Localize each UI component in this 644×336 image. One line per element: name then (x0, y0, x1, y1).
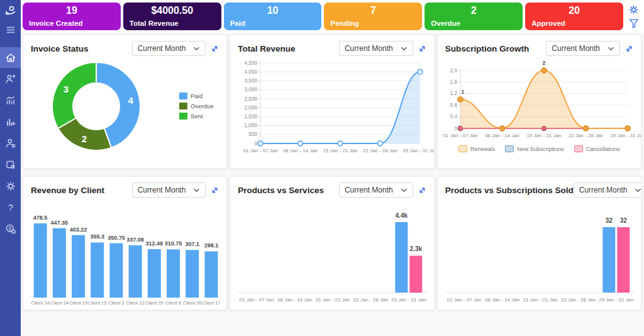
expand-icon[interactable] (211, 45, 219, 53)
sidebar-item-user-settings[interactable] (0, 133, 21, 154)
expand-icon[interactable] (418, 45, 426, 53)
sidebar-nav: ? $ (0, 47, 21, 240)
period-dropdown[interactable]: Current Month (546, 41, 620, 56)
svg-text:350.75: 350.75 (108, 235, 125, 241)
svg-text:Client 3: Client 3 (108, 300, 124, 306)
svg-text:Client 24: Client 24 (31, 300, 50, 306)
period-dropdown[interactable]: Current Month (132, 41, 206, 56)
period-dropdown-value: Current Month (345, 186, 393, 194)
svg-text:08 Jan - 14 Jan: 08 Jan - 14 Jan (277, 297, 312, 303)
kpi-pending[interactable]: 7 Pending (324, 3, 422, 30)
expand-icon[interactable] (211, 186, 219, 194)
svg-text:29 Jan - 31 Jan: 29 Jan - 31 Jan (392, 297, 426, 303)
svg-text:1,500: 1,500 (245, 114, 258, 120)
svg-text:15 Jan - 21 Jan: 15 Jan - 21 Jan (316, 297, 350, 303)
products-vs-subscriptions-chart[interactable]: 01 Jan - 07 Jan08 Jan - 14 Jan15 Jan - 2… (445, 202, 633, 309)
subscription-growth-chart[interactable]: 2.01.61.20.80.4001 Jan - 07 Jan08 Jan - … (445, 62, 633, 143)
legend-item[interactable]: Overdue (179, 103, 213, 109)
svg-text:4,500: 4,500 (245, 60, 258, 66)
svg-text:01 Jan - 07 Jan: 01 Jan - 07 Jan (443, 133, 477, 138)
svg-text:312.49: 312.49 (146, 240, 164, 247)
svg-text:Client 6: Client 6 (165, 300, 181, 306)
legend-item[interactable]: Sent (179, 113, 213, 120)
menu-icon[interactable] (0, 21, 21, 40)
svg-text:447.35: 447.35 (51, 220, 69, 226)
sidebar-item-clients[interactable] (0, 69, 21, 89)
kpi-value: 19 (29, 5, 114, 16)
kpi-label: Approved (531, 20, 617, 27)
legend-item[interactable]: New Subscriptions (505, 145, 564, 152)
sidebar-item-analytics[interactable] (0, 90, 21, 111)
svg-text:Client 26: Client 26 (183, 300, 201, 306)
kpi-value: 20 (531, 5, 617, 16)
svg-text:29 Jan - 31 Jan: 29 Jan - 31 Jan (610, 133, 641, 138)
filter-funnel-icon[interactable] (628, 18, 640, 29)
svg-text:01 Jan - 07 Jan: 01 Jan - 07 Jan (243, 148, 278, 154)
panel-products-vs-subscriptions: Products vs Subscriptions Sold Current M… (437, 176, 641, 310)
svg-text:1.2: 1.2 (450, 91, 457, 96)
svg-text:3,000: 3,000 (245, 87, 258, 92)
chevron-down-icon (401, 188, 408, 193)
legend-item[interactable]: Renewals (458, 145, 496, 152)
svg-text:355.3: 355.3 (90, 233, 104, 240)
svg-text:08 Jan - 14 Jan: 08 Jan - 14 Jan (283, 148, 318, 154)
legend-swatch (179, 92, 187, 99)
chevron-down-icon (608, 47, 614, 51)
legend-item[interactable]: Cancellations (574, 145, 620, 152)
sidebar-item-billing[interactable]: $ (0, 218, 21, 239)
settings-gear-icon[interactable] (628, 4, 640, 16)
period-dropdown[interactable]: Current Month (574, 182, 641, 198)
legend-item[interactable]: Paid (179, 92, 213, 99)
kpi-value: 10 (230, 5, 316, 16)
panel-title: Invoice Status (31, 44, 89, 53)
panel-title: Subscription Growth (445, 44, 530, 53)
svg-text:2: 2 (542, 59, 545, 66)
kpi-approved[interactable]: 20 Approved (525, 3, 623, 30)
svg-text:0.4: 0.4 (450, 114, 457, 120)
period-dropdown[interactable]: Current Month (132, 182, 206, 198)
dashboard-app: ? $ 19 Invoice Created $4000.50 Total Re… (0, 0, 644, 336)
kpi-invoice-created[interactable]: 19 Invoice Created (23, 3, 121, 30)
svg-text:Client 17: Client 17 (202, 300, 220, 306)
period-dropdown-value: Current Month (552, 44, 600, 53)
total-revenue-chart[interactable]: 4,5004,0003,5003,0002,5002,0001,5001,000… (238, 58, 426, 159)
svg-text:?: ? (8, 202, 13, 212)
invoice-status-donut[interactable]: 423 (43, 57, 149, 155)
svg-text:1.6: 1.6 (450, 79, 457, 85)
kpi-paid[interactable]: 10 Paid (224, 3, 322, 30)
svg-text:2: 2 (82, 133, 87, 144)
sidebar: ? $ (0, 0, 21, 336)
kpi-overdue[interactable]: 2 Overdue (425, 3, 523, 30)
svg-text:4: 4 (128, 95, 133, 106)
kpi-label: Invoice Created (29, 20, 114, 27)
kpi-total-revenue[interactable]: $4000.50 Total Revenue (123, 3, 221, 30)
svg-text:22 Jan - 28 Jan: 22 Jan - 28 Jan (363, 148, 397, 154)
products-vs-services-chart[interactable]: 01 Jan - 07 Jan08 Jan - 14 Jan15 Jan - 2… (238, 202, 426, 309)
expand-icon[interactable] (418, 186, 426, 194)
subscription-growth-legend: RenewalsNew SubscriptionsCancellations (445, 145, 633, 152)
svg-text:29 Jan - 31 Jan: 29 Jan - 31 Jan (599, 297, 633, 303)
chevron-down-icon (193, 188, 200, 193)
period-dropdown[interactable]: Current Month (339, 41, 413, 56)
svg-text:3,500: 3,500 (245, 78, 258, 84)
revenue-by-client-chart[interactable]: 478.5Client 24447.35Client 14403.22Clien… (31, 202, 219, 309)
panel-invoice-status: Invoice Status Current Month (23, 35, 227, 169)
kpi-label: Paid (230, 20, 316, 27)
sidebar-item-home[interactable] (0, 47, 21, 68)
kpi-bar: 19 Invoice Created $4000.50 Total Revenu… (21, 0, 644, 33)
expand-icon[interactable] (625, 45, 633, 53)
svg-text:01 Jan - 07 Jan: 01 Jan - 07 Jan (447, 297, 481, 303)
legend-label: New Subscriptions (517, 146, 564, 152)
sidebar-item-device-reports[interactable] (0, 154, 21, 175)
panel-title: Total Revenue (238, 44, 295, 53)
panel-total-revenue: Total Revenue Current Month 4,500 (230, 35, 434, 169)
invoice-status-legend: PaidOverdueSent (179, 92, 213, 120)
legend-swatch (574, 145, 583, 152)
svg-text:22 Jan - 28 Jan: 22 Jan - 28 Jan (353, 297, 388, 303)
period-dropdown[interactable]: Current Month (339, 182, 413, 198)
sidebar-item-settings[interactable] (0, 176, 21, 196)
app-logo-icon[interactable] (0, 2, 21, 21)
svg-text:403.22: 403.22 (70, 227, 87, 233)
sidebar-item-reports[interactable] (0, 111, 21, 132)
sidebar-item-help[interactable]: ? (0, 197, 21, 218)
